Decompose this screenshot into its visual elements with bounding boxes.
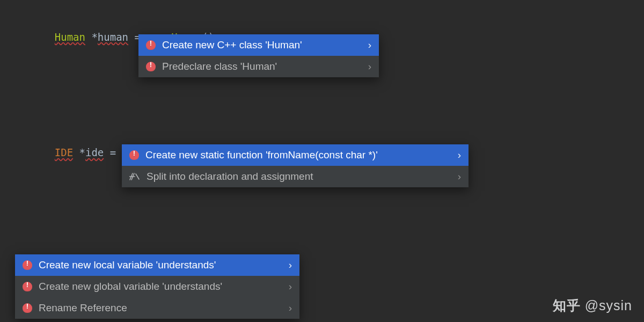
intention-label: Rename Reference bbox=[39, 302, 282, 314]
intention-popup-1: Create new C++ class 'Human' › Predeclar… bbox=[138, 34, 379, 77]
intention-label: Create new C++ class 'Human' bbox=[162, 39, 362, 51]
token-eq: = bbox=[104, 147, 122, 158]
intention-item-create-local-var[interactable]: Create new local variable 'understands' … bbox=[15, 254, 299, 276]
intention-item-rename-reference[interactable]: Rename Reference › bbox=[15, 297, 299, 319]
intention-popup-3: Create new local variable 'understands' … bbox=[15, 254, 299, 319]
chevron-right-icon: › bbox=[289, 302, 292, 314]
chevron-right-icon: › bbox=[458, 149, 461, 161]
bulb-error-icon bbox=[23, 282, 32, 291]
token-type: IDE bbox=[55, 147, 73, 158]
intention-label: Create new global variable 'understands' bbox=[39, 281, 282, 292]
chevron-right-icon: › bbox=[458, 171, 461, 182]
bulb-error-icon bbox=[23, 260, 32, 270]
intention-label: Create new static function 'fromName(con… bbox=[145, 149, 451, 161]
chevron-right-icon: › bbox=[368, 39, 371, 51]
pencil-icon bbox=[129, 172, 140, 181]
token-star: * bbox=[73, 147, 85, 158]
intention-label: Create new local variable 'understands' bbox=[39, 259, 282, 271]
intention-item-split-declaration[interactable]: Split into declaration and assignment › bbox=[122, 166, 469, 187]
intention-label: Split into declaration and assignment bbox=[147, 171, 451, 182]
watermark: 知乎 @sysin bbox=[553, 297, 632, 314]
intention-popup-2: Create new static function 'fromName(con… bbox=[122, 144, 469, 187]
intention-label: Predeclare class 'Human' bbox=[162, 61, 362, 72]
token-star: * bbox=[85, 31, 98, 43]
token-type: Human bbox=[55, 31, 85, 43]
bulb-error-icon bbox=[129, 150, 139, 160]
token-var: ide bbox=[85, 147, 104, 158]
intention-item-predeclare[interactable]: Predeclare class 'Human' › bbox=[138, 56, 379, 77]
intention-item-create-static-func[interactable]: Create new static function 'fromName(con… bbox=[122, 144, 469, 166]
chevron-right-icon: › bbox=[289, 281, 292, 292]
chevron-right-icon: › bbox=[289, 259, 292, 271]
intention-item-create-global-var[interactable]: Create new global variable 'understands'… bbox=[15, 276, 299, 297]
token-var: human bbox=[98, 31, 128, 43]
watermark-handle: @sysin bbox=[581, 298, 632, 313]
watermark-zh: 知乎 bbox=[553, 298, 581, 313]
bulb-error-icon bbox=[146, 62, 156, 71]
chevron-right-icon: › bbox=[368, 61, 371, 72]
bulb-error-icon bbox=[146, 40, 156, 50]
intention-item-create-class[interactable]: Create new C++ class 'Human' › bbox=[138, 34, 379, 56]
bulb-error-icon bbox=[23, 303, 32, 313]
